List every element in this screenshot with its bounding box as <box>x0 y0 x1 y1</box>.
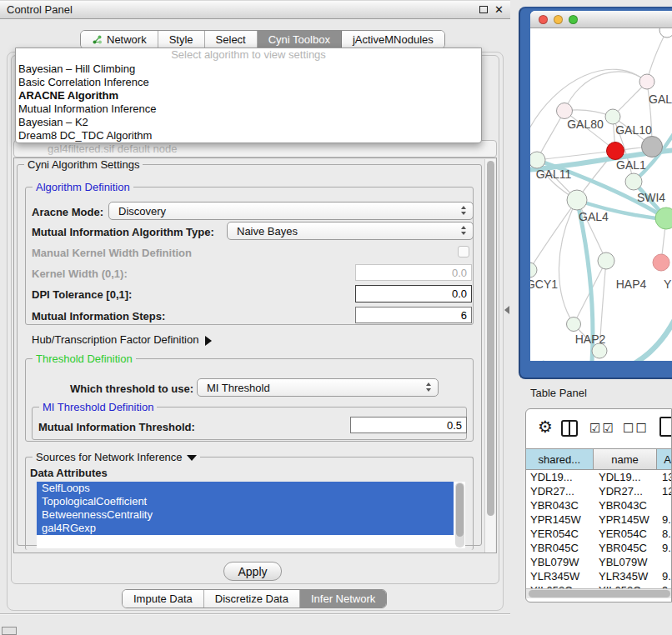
algorithm-option[interactable]: ARACNE Algorithm <box>16 89 481 102</box>
table-row[interactable]: YPR145W YPR145W 9. <box>526 512 671 527</box>
network-edge-highlighted[interactable] <box>544 315 672 361</box>
apply-button-label: Apply <box>238 565 267 578</box>
network-canvas[interactable]: GALGAL80GAL10GAL1GAL11SWI4GAL4GCY1HAP4YH… <box>530 28 672 361</box>
algorithm-option[interactable]: Bayesian – K2 <box>16 116 481 129</box>
sources-group-title[interactable]: Sources for Network Inference <box>33 451 200 463</box>
algorithm-option[interactable]: Bayesian – Hill Climbing <box>16 62 481 76</box>
algorithm-option[interactable]: Mutual Information Inference <box>16 102 481 116</box>
hub-definition-label: Hub/Transcription Factor Definition <box>32 333 198 346</box>
table-row[interactable]: YDR27... YDR27... 12 <box>526 484 671 498</box>
network-node[interactable] <box>530 262 537 278</box>
disclosure-down-icon <box>187 455 197 461</box>
split-pane-handle[interactable] <box>504 306 509 314</box>
gear-icon[interactable]: ⚙ <box>538 417 553 437</box>
dpi-tolerance-input[interactable] <box>355 285 472 302</box>
table-row[interactable]: YER054C YER054C 8. <box>526 527 671 541</box>
algorithm-option[interactable]: Basic Correlation Inference <box>16 76 481 89</box>
attribute-item-selected[interactable]: BetweennessCentrality <box>37 508 454 522</box>
network-edge[interactable] <box>647 30 667 82</box>
network-node-label: GAL <box>649 92 672 106</box>
collapsed-panel-icon[interactable] <box>2 627 17 635</box>
network-node[interactable] <box>605 109 620 124</box>
table-hscrollbar[interactable] <box>526 588 671 598</box>
network-node[interactable] <box>639 74 654 89</box>
network-node[interactable] <box>642 137 663 158</box>
aracne-mode-value: Discovery <box>118 205 166 218</box>
sources-title-text: Sources for Network Inference <box>36 451 183 463</box>
network-node[interactable] <box>567 318 581 332</box>
table-row[interactable]: YLR345W YLR345W 9. <box>526 569 671 583</box>
tab-infer-network[interactable]: Infer Network <box>300 590 386 608</box>
column-header-shared-name[interactable]: shared... <box>526 449 594 469</box>
network-node[interactable] <box>653 254 669 271</box>
tab-network[interactable]: Network <box>81 31 158 48</box>
network-node[interactable] <box>607 142 624 160</box>
network-node-label: GAL80 <box>567 118 604 131</box>
network-node[interactable] <box>659 28 672 38</box>
mi-type-combo[interactable]: Naive Bayes <box>227 222 474 240</box>
network-node[interactable] <box>557 103 573 119</box>
cell-shared-name: YDR27... <box>526 484 594 498</box>
network-edge[interactable] <box>564 72 647 111</box>
tab-jactivemnodules[interactable]: jActiveMNodules <box>342 31 444 48</box>
algorithm-dropdown-popup: Select algorithm to view settings Bayesi… <box>15 48 482 143</box>
tab-impute-data[interactable]: Impute Data <box>123 590 204 608</box>
network-node[interactable] <box>530 152 545 168</box>
tab-discretize-data[interactable]: Discretize Data <box>204 590 300 608</box>
select-all-columns-icon[interactable]: ☑☑ <box>589 421 615 436</box>
table-row[interactable]: YBL079W YBL079W <box>526 555 671 569</box>
tab-discretize-data-label: Discretize Data <box>215 592 288 605</box>
split-columns-icon[interactable] <box>561 420 578 437</box>
column-header-clipped[interactable]: A <box>657 449 671 469</box>
network-node[interactable] <box>598 252 614 269</box>
network-node[interactable] <box>567 190 587 210</box>
zoom-window-icon[interactable] <box>569 15 578 24</box>
network-node[interactable] <box>625 173 642 190</box>
cell-name: YLR345W <box>594 569 659 583</box>
mi-steps-input[interactable] <box>355 307 472 323</box>
manual-kernel-checkbox[interactable] <box>458 246 469 258</box>
settings-scrollbar[interactable] <box>484 159 495 553</box>
column-header-name[interactable]: name <box>594 449 658 469</box>
close-window-icon[interactable] <box>539 15 548 24</box>
table-row[interactable]: YBR043C YBR043C <box>526 498 671 512</box>
network-edge[interactable] <box>559 200 577 324</box>
attribute-item-selected[interactable]: gal4RGexp <box>37 522 454 535</box>
network-icon <box>92 34 103 45</box>
document-icon[interactable] <box>659 417 672 437</box>
algorithm-option[interactable]: Dream8 DC_TDC Algorithm <box>16 129 481 142</box>
table-row[interactable]: YDL19... YDL19... 13 <box>526 470 671 484</box>
network-window-titlebar[interactable] <box>530 11 672 28</box>
table-hscrollbar-thumb[interactable] <box>529 590 670 598</box>
which-threshold-combo[interactable]: MI Threshold <box>197 378 439 397</box>
tab-select[interactable]: Select <box>205 31 258 48</box>
close-panel-icon[interactable]: ✕ <box>494 4 504 15</box>
minimize-window-icon[interactable] <box>554 15 563 24</box>
attribute-item-selected[interactable]: SelfLoops <box>37 482 454 495</box>
attribute-item-selected[interactable]: TopologicalCoefficient <box>37 495 454 508</box>
deselect-all-columns-icon[interactable]: ☐☐ <box>623 421 649 436</box>
network-node[interactable] <box>592 343 607 358</box>
attributes-scrollbar-thumb[interactable] <box>456 483 464 537</box>
attr-items: SelfLoops TopologicalCoefficient Between… <box>37 482 465 535</box>
tab-cyni-toolbox[interactable]: Cyni Toolbox <box>258 31 342 48</box>
kernel-width-input[interactable] <box>355 264 472 281</box>
float-panel-icon[interactable] <box>479 6 488 13</box>
network-edge[interactable] <box>530 200 577 270</box>
dpi-tolerance-label: DPI Tolerance [0,1]: <box>32 288 132 301</box>
table-rows: YDL19... YDL19... 13 YDR27... YDR27... 1… <box>526 470 671 588</box>
cell-value: 9. <box>659 541 671 555</box>
attributes-scrollbar[interactable] <box>455 482 464 548</box>
apply-button[interactable]: Apply <box>223 562 282 581</box>
aracne-mode-combo[interactable]: Discovery <box>108 202 474 220</box>
table-row[interactable]: YBR045C YBR045C 9. <box>526 541 671 555</box>
network-table-combo-value: gal4filtered.sif default node <box>48 142 177 155</box>
tab-jactivemnodules-label: jActiveMNodules <box>353 33 434 46</box>
aracne-mode-label: Aracne Mode: <box>32 206 103 218</box>
mi-threshold-input[interactable] <box>350 417 467 433</box>
control-panel-tabbar: Network Style Select Cyni Toolbox jActiv… <box>80 30 445 49</box>
settings-scrollbar-thumb[interactable] <box>487 161 494 516</box>
network-node-label: SWI4 <box>637 191 665 204</box>
hub-definition-disclosure[interactable]: Hub/Transcription Factor Definition <box>32 333 212 346</box>
tab-style[interactable]: Style <box>158 31 205 48</box>
